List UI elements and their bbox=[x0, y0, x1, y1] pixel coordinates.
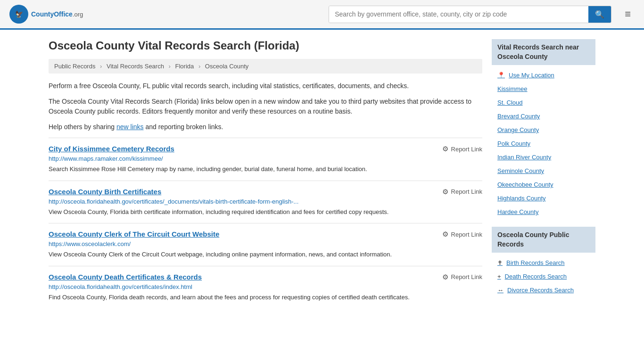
record-item: Osceola County Death Certificates & Reco… bbox=[49, 266, 482, 309]
sidebar-nearby-link[interactable]: St. Cloud bbox=[492, 97, 595, 108]
record-type-icon: ✝ bbox=[497, 259, 503, 266]
report-link-button[interactable]: ⚙ Report Link bbox=[442, 273, 482, 281]
main-container: Osceola County Vital Records Search (Flo… bbox=[39, 30, 605, 318]
description-3: Help others by sharing new links and rep… bbox=[49, 122, 482, 132]
sidebar-nearby-link[interactable]: Okeechobee County bbox=[492, 179, 595, 190]
record-url: http://www.maps.ramaker.com/kissimmee/ bbox=[49, 155, 482, 162]
sidebar-public-records-section: Osceola County Public Records ✝ Birth Re… bbox=[492, 227, 595, 296]
sidebar-nearby-section: Vital Records Search near Osceola County… bbox=[492, 39, 595, 217]
records-list: City of Kissimmee Cemetery Records ⚙ Rep… bbox=[49, 138, 482, 308]
report-link-button[interactable]: ⚙ Report Link bbox=[442, 230, 482, 239]
breadcrumb: Public Records › Vital Records Search › … bbox=[49, 59, 482, 74]
record-title[interactable]: Osceola County Birth Certificates bbox=[49, 188, 161, 196]
record-type-icon: + bbox=[497, 273, 501, 280]
report-label: Report Link bbox=[451, 146, 482, 153]
report-icon: ⚙ bbox=[442, 273, 448, 281]
record-item: Osceola County Birth Certificates ⚙ Repo… bbox=[49, 181, 482, 223]
sidebar-public-records-link[interactable]: ↔ Divorce Records Search bbox=[492, 285, 595, 296]
sidebar: Vital Records Search near Osceola County… bbox=[492, 39, 595, 308]
page-title: Osceola County Vital Records Search (Flo… bbox=[49, 39, 482, 52]
record-title[interactable]: Osceola County Death Certificates & Reco… bbox=[49, 273, 202, 281]
record-header: Osceola County Birth Certificates ⚙ Repo… bbox=[49, 188, 482, 196]
search-icon: 🔍 bbox=[595, 10, 604, 18]
menu-button[interactable]: ≡ bbox=[621, 6, 635, 22]
breadcrumb-vital-records[interactable]: Vital Records Search bbox=[107, 63, 164, 70]
breadcrumb-osceola[interactable]: Osceola County bbox=[205, 63, 249, 70]
record-type-label: Divorce Records Search bbox=[507, 287, 574, 294]
record-description: Find Osceola County, Florida death recor… bbox=[49, 293, 482, 302]
sidebar-nearby-link[interactable]: Orange County bbox=[492, 124, 595, 135]
sidebar-nearby-link[interactable]: Kissimmee bbox=[492, 83, 595, 94]
sidebar-nearby-links: KissimmeeSt. CloudBrevard CountyOrange C… bbox=[492, 83, 595, 217]
search-bar: 🔍 bbox=[329, 6, 611, 23]
record-title[interactable]: Osceola County Clerk of The Circuit Cour… bbox=[49, 230, 219, 238]
menu-icon: ≡ bbox=[625, 8, 631, 20]
search-button[interactable]: 🔍 bbox=[588, 6, 611, 23]
record-url: http://osceola.floridahealth.gov/certifi… bbox=[49, 283, 482, 290]
svg-text:🦅: 🦅 bbox=[15, 10, 24, 18]
record-description: View Osceola County Clerk of the Circuit… bbox=[49, 250, 482, 259]
report-icon: ⚙ bbox=[442, 230, 448, 239]
location-icon: 📍 bbox=[497, 72, 505, 79]
record-description: Search Kissimmee Rose Hill Cemetery map … bbox=[49, 165, 482, 174]
sidebar-public-records-title: Osceola County Public Records bbox=[492, 227, 595, 253]
logo-icon: 🦅 bbox=[9, 5, 28, 24]
report-label: Report Link bbox=[451, 231, 482, 238]
record-description: View Osceola County, Florida birth certi… bbox=[49, 207, 482, 217]
record-item: City of Kissimmee Cemetery Records ⚙ Rep… bbox=[49, 138, 482, 181]
report-icon: ⚙ bbox=[442, 145, 448, 153]
report-icon: ⚙ bbox=[442, 188, 448, 196]
logo-text: CountyOffice.org bbox=[31, 10, 83, 18]
site-header: 🦅 CountyOffice.org 🔍 ≡ bbox=[0, 0, 644, 30]
report-link-button[interactable]: ⚙ Report Link bbox=[442, 188, 482, 196]
content-area: Osceola County Vital Records Search (Flo… bbox=[49, 39, 482, 308]
record-header: Osceola County Clerk of The Circuit Cour… bbox=[49, 230, 482, 239]
description-2: The Osceola County Vital Records Search … bbox=[49, 97, 482, 116]
breadcrumb-florida[interactable]: Florida bbox=[175, 63, 194, 70]
sidebar-use-my-location[interactable]: 📍 Use My Location bbox=[492, 70, 595, 81]
description-1: Perform a free Osceola County, FL public… bbox=[49, 81, 482, 91]
record-item: Osceola County Clerk of The Circuit Cour… bbox=[49, 223, 482, 266]
sidebar-public-records-link[interactable]: + Death Records Search bbox=[492, 271, 595, 282]
record-url: https://www.osceolaclerk.com/ bbox=[49, 240, 482, 247]
logo[interactable]: 🦅 CountyOffice.org bbox=[9, 5, 83, 24]
sidebar-nearby-link[interactable]: Polk County bbox=[492, 138, 595, 149]
record-header: City of Kissimmee Cemetery Records ⚙ Rep… bbox=[49, 145, 482, 153]
record-type-icon: ↔ bbox=[497, 287, 504, 294]
report-link-button[interactable]: ⚙ Report Link bbox=[442, 145, 482, 153]
breadcrumb-public-records[interactable]: Public Records bbox=[54, 63, 95, 70]
record-type-label: Death Records Search bbox=[505, 273, 567, 280]
sidebar-nearby-link[interactable]: Seminole County bbox=[492, 165, 595, 176]
record-header: Osceola County Death Certificates & Reco… bbox=[49, 273, 482, 281]
sidebar-nearby-link[interactable]: Hardee County bbox=[492, 206, 595, 217]
sidebar-public-records-links: ✝ Birth Records Search + Death Records S… bbox=[492, 257, 595, 296]
record-title[interactable]: City of Kissimmee Cemetery Records bbox=[49, 145, 174, 153]
new-links-link[interactable]: new links bbox=[116, 123, 144, 131]
report-label: Report Link bbox=[451, 273, 482, 280]
sidebar-nearby-title: Vital Records Search near Osceola County bbox=[492, 39, 595, 65]
search-input[interactable] bbox=[329, 6, 588, 23]
sidebar-nearby-link[interactable]: Brevard County bbox=[492, 111, 595, 122]
sidebar-nearby-link[interactable]: Highlands County bbox=[492, 193, 595, 204]
report-label: Report Link bbox=[451, 188, 482, 195]
sidebar-nearby-link[interactable]: Indian River County bbox=[492, 152, 595, 163]
sidebar-public-records-link[interactable]: ✝ Birth Records Search bbox=[492, 257, 595, 268]
record-type-label: Birth Records Search bbox=[506, 259, 565, 266]
record-url: http://osceola.floridahealth.gov/certifi… bbox=[49, 198, 482, 205]
